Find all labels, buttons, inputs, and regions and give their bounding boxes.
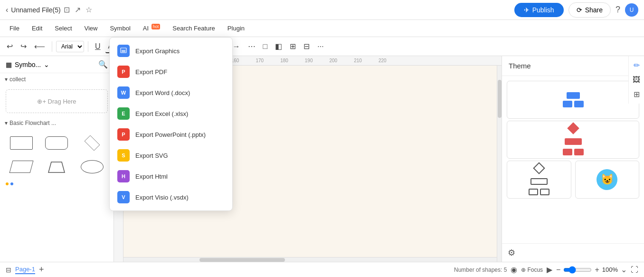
shape-rounded-rect[interactable]: [41, 133, 72, 153]
grid-icon-button[interactable]: ⊞: [631, 88, 642, 101]
zoom-slider[interactable]: [563, 266, 592, 274]
menu-symbol[interactable]: Symbol: [104, 23, 136, 34]
save-icon-button[interactable]: ⊡: [64, 5, 70, 14]
menu-search-feature[interactable]: Search Feature: [167, 23, 221, 34]
shape-trapezoid[interactable]: [41, 157, 72, 177]
export-html-label: Export Html: [135, 173, 168, 180]
publish-button[interactable]: ✈ Publish: [514, 3, 564, 17]
back-button[interactable]: ‹: [6, 6, 8, 14]
export-word-label: Export Word (.docx): [135, 89, 190, 96]
zoom-dropdown-button[interactable]: ⌄: [621, 265, 627, 274]
diamond-icon: [84, 135, 100, 151]
theme-settings-button[interactable]: ⚙: [508, 248, 515, 258]
play-button[interactable]: ▶: [547, 265, 552, 274]
export-pptx-item[interactable]: P Export PowerPoint (.pptx): [110, 124, 232, 145]
zoom-out-button[interactable]: −: [556, 266, 560, 274]
export-graphics-item[interactable]: Export Graphics: [110, 40, 232, 61]
horizontal-scrollbar[interactable]: [123, 257, 497, 262]
th-rect-o1: [529, 189, 538, 195]
menu-select[interactable]: Select: [49, 23, 77, 34]
add-page-button[interactable]: +: [39, 265, 44, 275]
export-pdf-label: Export PDF: [135, 68, 167, 76]
shape-ellipse[interactable]: [76, 157, 108, 177]
scroll-thumb-h[interactable]: [199, 258, 285, 262]
ruler-mark-180: 180: [280, 58, 288, 63]
menu-edit[interactable]: Edit: [26, 23, 48, 34]
theme-cute[interactable]: 😺: [575, 161, 640, 199]
theme-outline[interactable]: [507, 161, 571, 199]
scroll-thumb-v[interactable]: [498, 80, 502, 118]
theme-blue[interactable]: [507, 81, 639, 119]
image-icon-button[interactable]: 🖼: [631, 74, 642, 86]
export-pptx-icon: P: [117, 128, 130, 141]
menu-view[interactable]: View: [79, 23, 104, 34]
collect-label: collect: [9, 76, 26, 83]
sidebar-expand-icon[interactable]: ⌄: [44, 61, 49, 68]
zoom-level[interactable]: 100%: [602, 266, 618, 273]
focus-label: Focus: [527, 267, 543, 273]
sidebar-search-button[interactable]: 🔍: [98, 60, 108, 69]
dot-indicator: [0, 181, 114, 187]
plus-icon: ⊕: [37, 98, 42, 105]
align-left-button[interactable]: ⊞: [287, 40, 299, 53]
theme-grid: 😺: [502, 76, 644, 203]
theme-red[interactable]: [507, 121, 639, 159]
vertical-scrollbar[interactable]: [497, 66, 502, 262]
underline-button[interactable]: U: [92, 40, 104, 53]
help-button[interactable]: ?: [616, 5, 620, 15]
star-icon-button[interactable]: ☆: [85, 5, 92, 14]
flowchart-label: Basic Flowchart ...: [9, 120, 56, 126]
redo-button[interactable]: ↪: [18, 40, 29, 53]
drag-area[interactable]: ⊕ + Drag Here: [6, 89, 108, 113]
fullscreen-button[interactable]: ⛶: [631, 266, 638, 274]
export-dropdown-menu: Export Graphics P Export PDF W Export Wo…: [109, 37, 233, 211]
separator-1: [52, 41, 52, 52]
border-style-button[interactable]: ⋯: [245, 40, 258, 53]
export-svg-icon: S: [117, 149, 130, 162]
page-thumb-button[interactable]: ⊟: [6, 266, 11, 274]
shape-rectangle[interactable]: [6, 133, 37, 153]
export-word-item[interactable]: W Export Word (.docx): [110, 82, 232, 103]
menu-bar: File Edit Select View Symbol AI hot Sear…: [0, 20, 644, 37]
export-pdf-item[interactable]: P Export PDF: [110, 61, 232, 82]
svg-rect-2: [122, 50, 125, 52]
export-svg-item[interactable]: S Export SVG: [110, 145, 232, 166]
export-excel-item[interactable]: E Export Excel (.xlsx): [110, 103, 232, 124]
shape-diamond[interactable]: [76, 133, 108, 153]
shape-parallelogram[interactable]: [6, 157, 37, 177]
page-tab[interactable]: Page-1: [15, 266, 35, 274]
publish-icon: ✈: [524, 6, 530, 14]
th-rect-red: [565, 138, 582, 145]
zoom-in-button[interactable]: +: [595, 266, 599, 274]
align-right-button[interactable]: ⊟: [301, 40, 313, 53]
back-arrow-button[interactable]: ⟵: [31, 40, 48, 53]
avatar[interactable]: U: [625, 3, 638, 17]
shadow-button[interactable]: □: [260, 40, 271, 53]
edit-icon-button[interactable]: ✏: [631, 59, 642, 72]
shapes-section-title[interactable]: ▾ Basic Flowchart ...: [0, 117, 114, 129]
publish-label: Publish: [532, 6, 554, 14]
sidebar-title: ▦ Symbo... ⌄: [6, 61, 49, 68]
font-selector[interactable]: Arial: [56, 41, 84, 52]
export-visio-item[interactable]: V Export Visio (.vsdx): [110, 187, 232, 208]
right-panel-header: Theme ×: [502, 56, 644, 76]
bottom-bar: ⊟ Page-1 + Number of shapes: 5 ◉ ⊕ Focus…: [0, 262, 644, 277]
export-html-item[interactable]: H Export Html: [110, 166, 232, 187]
share-button[interactable]: ⟳ Share: [568, 2, 611, 18]
zoom-controls: − + 100% ⌄: [556, 265, 627, 274]
export-visio-label: Export Visio (.vsdx): [135, 194, 189, 201]
focus-icon: ⊕: [521, 267, 526, 273]
share-link-icon-button[interactable]: ↗: [75, 5, 81, 14]
left-sidebar: ▦ Symbo... ⌄ 🔍 ▾ collect ⊕ + Drag Here ▾…: [0, 56, 114, 262]
menu-file[interactable]: File: [4, 23, 25, 34]
sidebar-collect-section[interactable]: ▾ collect: [0, 73, 114, 86]
copy-style-button[interactable]: ◧: [272, 40, 285, 53]
focus-button[interactable]: ⊕ Focus: [521, 267, 543, 273]
menu-plugin[interactable]: Plugin: [222, 23, 250, 34]
undo-button[interactable]: ↩: [4, 40, 16, 53]
ruler-mark-220: 220: [379, 58, 387, 63]
title-bar: ‹ Unnamed File(5) ⊡ ↗ ☆ ✈ Publish ⟳ Shar…: [0, 0, 644, 20]
menu-ai[interactable]: AI hot: [137, 22, 166, 34]
more-button[interactable]: ···: [314, 40, 326, 53]
layers-button[interactable]: ◉: [511, 265, 517, 274]
